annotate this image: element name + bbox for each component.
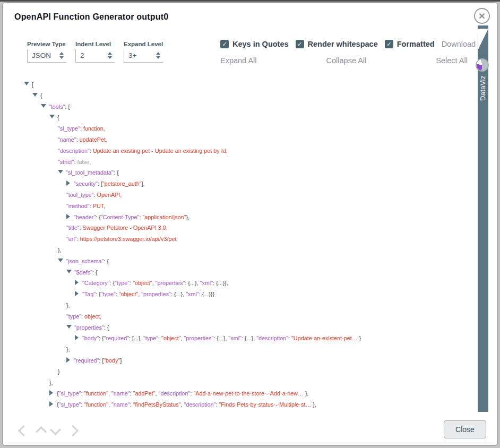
field-label: Preview Type bbox=[27, 41, 66, 47]
up-down-stepper-icon[interactable] bbox=[59, 52, 64, 59]
checkbox-formatted[interactable]: Formatted bbox=[385, 40, 435, 48]
json-key: "title" bbox=[66, 225, 79, 231]
json-key: "url" bbox=[66, 236, 77, 242]
json-string-value: "petstore_auth" bbox=[102, 180, 142, 187]
preview-settings: Preview TypeJSONIndent Level2Expand Leve… bbox=[27, 41, 163, 63]
checkbox-render-whitespace[interactable]: Render whitespace bbox=[296, 40, 378, 48]
json-punctuation: } bbox=[58, 368, 60, 375]
json-key: "Tag" bbox=[82, 291, 96, 297]
triangle-right-icon[interactable] bbox=[49, 401, 53, 407]
checked-checkbox-icon[interactable] bbox=[385, 40, 393, 48]
dataviz-tab-notch bbox=[478, 29, 488, 49]
checkbox-label: Keys in Quotes bbox=[232, 40, 289, 48]
json-key: "description" bbox=[184, 401, 216, 408]
tree-line: "url": https://petstore3.swagger.io/api/… bbox=[3, 234, 476, 245]
json-string-value: Swagger Petstore - OpenAPI 3.0, bbox=[82, 225, 167, 231]
json-key: "required" bbox=[104, 335, 129, 341]
chevron-up-icon[interactable] bbox=[36, 426, 47, 437]
viewer-options: Keys in QuotesRender whitespaceFormatted… bbox=[220, 40, 468, 65]
json-key: "$defs" bbox=[74, 269, 92, 275]
json-key: "description" bbox=[159, 390, 191, 397]
tree-line: }, bbox=[3, 344, 476, 355]
triangle-right-icon[interactable] bbox=[66, 180, 70, 186]
json-literal-value: false, bbox=[77, 159, 91, 165]
json-key: "method" bbox=[66, 203, 90, 209]
json-key: "description" bbox=[256, 335, 288, 341]
tree-line: [ bbox=[3, 79, 476, 90]
checked-checkbox-icon[interactable] bbox=[296, 40, 304, 48]
json-string-value: https://petstore3.swagger.io/api/v3/pet bbox=[80, 236, 177, 242]
close-icon[interactable] bbox=[474, 8, 490, 24]
tree-line: "sl_tool_metadata": { bbox=[3, 167, 476, 178]
openapi-function-generator-modal: OpenAPI Function Generator output0 Previ… bbox=[2, 2, 498, 446]
bulk-actions-row: Expand AllCollapse AllSelect All bbox=[220, 56, 468, 65]
dataviz-tab-strip[interactable]: DataViz bbox=[478, 25, 488, 412]
tree-line: "security": ["petstore_auth"], bbox=[3, 178, 476, 189]
triangle-right-icon[interactable] bbox=[49, 390, 53, 395]
triangle-right-icon[interactable] bbox=[66, 214, 70, 219]
up-down-stepper-icon[interactable] bbox=[156, 52, 160, 59]
select-all-link[interactable]: Select All bbox=[436, 56, 468, 65]
window-top-edge bbox=[0, 0, 500, 2]
field-input[interactable]: 3+ bbox=[124, 49, 163, 63]
json-key: "properties" bbox=[184, 335, 214, 341]
json-key: "xml" bbox=[186, 291, 199, 297]
tree-line: "name": updatePet, bbox=[3, 134, 476, 145]
expand-all-link[interactable]: Expand All bbox=[220, 56, 257, 65]
json-key: "security" bbox=[74, 180, 98, 187]
triangle-down-icon[interactable] bbox=[66, 270, 72, 273]
tree-line: {"sl_type": "function", "name": "addPet"… bbox=[3, 388, 476, 399]
tree-line: }, bbox=[3, 300, 476, 311]
tree-line: "header": {"Content-Type": "application/… bbox=[3, 212, 476, 223]
download-link[interactable]: Download bbox=[442, 40, 476, 48]
json-punctuation: }, bbox=[304, 390, 309, 397]
triangle-down-icon[interactable] bbox=[41, 104, 46, 108]
field-value: 2 bbox=[80, 51, 84, 59]
triangle-down-icon[interactable] bbox=[58, 170, 63, 174]
json-punctuation: {...} bbox=[216, 280, 225, 286]
json-punctuation: { bbox=[40, 92, 42, 99]
triangle-down-icon[interactable] bbox=[24, 82, 29, 85]
tree-line: "properties": { bbox=[3, 322, 476, 333]
json-tree-view: [{"tools": [{"sl_type": function,"name":… bbox=[3, 79, 476, 413]
tree-navigation bbox=[20, 427, 77, 435]
tree-line: "Tag": {"type": "object", "properties": … bbox=[3, 289, 476, 300]
json-key: "tool_type" bbox=[66, 192, 94, 198]
json-string-value: pet bbox=[225, 390, 233, 397]
tree-line: "tool_type": OpenAPI, bbox=[3, 189, 476, 201]
triangle-down-icon[interactable] bbox=[49, 115, 55, 118]
triangle-right-icon[interactable] bbox=[75, 291, 79, 296]
triangle-down-icon[interactable] bbox=[66, 325, 72, 329]
json-string-value: "addPet" bbox=[133, 390, 156, 397]
chevron-right-icon[interactable] bbox=[67, 425, 79, 436]
field-input[interactable]: 2 bbox=[75, 49, 115, 63]
close-button[interactable]: Close bbox=[444, 420, 486, 438]
triangle-down-icon[interactable] bbox=[58, 259, 63, 262]
up-down-stepper-icon[interactable] bbox=[108, 52, 112, 59]
tree-line: "description": Update an existing pet - … bbox=[3, 145, 476, 157]
checkbox-keys-in-quotes[interactable]: Keys in Quotes bbox=[220, 40, 289, 48]
json-punctuation: {...} bbox=[217, 335, 225, 341]
triangle-down-icon[interactable] bbox=[32, 93, 38, 97]
json-string-value: "findPetsByStatus" bbox=[133, 401, 181, 408]
json-string-value: function, bbox=[83, 125, 105, 132]
chevron-left-icon[interactable] bbox=[18, 425, 29, 436]
collapse-all-link[interactable]: Collapse All bbox=[326, 56, 367, 65]
field-label: Indent Level bbox=[75, 41, 115, 47]
tree-line: "required": ["body"] bbox=[3, 355, 476, 366]
json-punctuation: }, bbox=[66, 346, 70, 352]
json-key: "body" bbox=[82, 335, 99, 341]
json-string-value: "body" bbox=[104, 357, 120, 364]
triangle-right-icon[interactable] bbox=[75, 335, 79, 340]
json-string-value: store bbox=[252, 390, 264, 397]
json-string-value: Pets bbox=[237, 401, 248, 408]
triangle-right-icon[interactable] bbox=[75, 280, 79, 285]
json-string-value: by bbox=[251, 401, 256, 408]
checked-checkbox-icon[interactable] bbox=[220, 40, 229, 48]
tree-line: "body": {"required": [...], "type": "obj… bbox=[3, 333, 476, 344]
json-string-value: "Add bbox=[193, 390, 205, 397]
field-input[interactable]: JSON bbox=[27, 49, 66, 63]
json-punctuation: [ bbox=[32, 81, 33, 88]
triangle-right-icon[interactable] bbox=[66, 357, 70, 363]
chevron-down-icon[interactable] bbox=[50, 424, 61, 435]
